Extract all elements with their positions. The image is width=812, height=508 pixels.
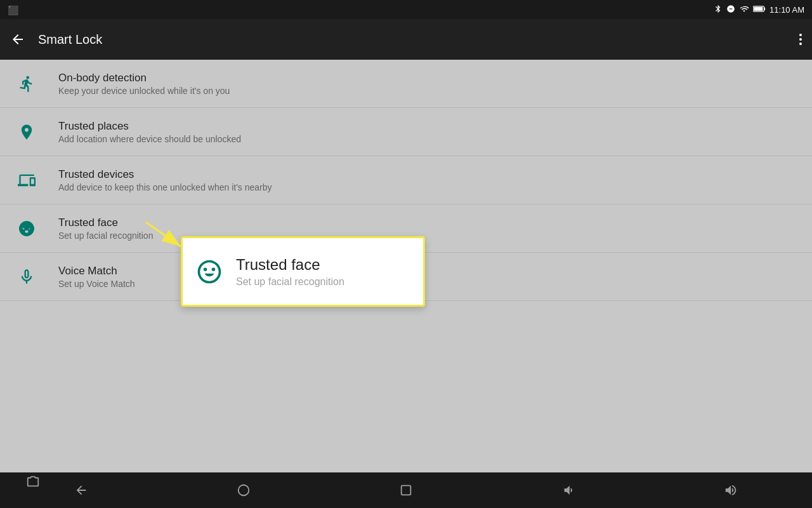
on-body-detection-title: On-body detection	[58, 72, 230, 84]
nav-bar	[0, 472, 812, 508]
menu-button[interactable]	[799, 34, 802, 45]
app-bar: Smart Lock	[0, 19, 812, 60]
back-button[interactable]	[10, 32, 25, 47]
status-icons: 11:10 AM	[714, 4, 804, 15]
trusted-places-item[interactable]: Trusted places Add location where device…	[0, 108, 812, 156]
trusted-devices-subtitle: Add device to keep this one unlocked whe…	[58, 182, 272, 192]
face-icon	[15, 220, 38, 237]
on-body-detection-subtitle: Keep your device unlocked while it's on …	[58, 86, 230, 96]
trusted-devices-text: Trusted devices Add device to keep this …	[58, 168, 272, 192]
nav-volume-down-button[interactable]	[543, 472, 594, 508]
person-walk-icon	[15, 75, 38, 93]
highlight-arrow	[140, 216, 190, 254]
voice-match-subtitle: Set up Voice Match	[58, 279, 135, 289]
bluetooth-icon	[714, 4, 723, 15]
trusted-places-text: Trusted places Add location where device…	[58, 120, 241, 144]
status-time: 11:10 AM	[769, 5, 804, 15]
tooltip-content: Trusted face Set up facial recognition	[236, 256, 344, 288]
nav-volume-up-button[interactable]	[705, 472, 756, 508]
status-bar: ⬛ 11:10 AM	[0, 0, 812, 19]
nav-home-button[interactable]	[218, 472, 269, 508]
on-body-detection-text: On-body detection Keep your device unloc…	[58, 72, 230, 96]
voice-match-title: Voice Match	[58, 265, 135, 277]
menu-dot	[799, 43, 802, 45]
svg-rect-10	[402, 486, 411, 495]
screenshot-icon: ⬛	[8, 5, 18, 15]
svg-rect-2	[764, 7, 766, 10]
trusted-places-title: Trusted places	[58, 120, 241, 133]
tooltip-face-icon	[195, 258, 223, 286]
devices-icon	[15, 171, 38, 189]
location-icon	[15, 123, 38, 141]
signal-icon	[726, 4, 735, 15]
trusted-devices-title: Trusted devices	[58, 168, 272, 181]
menu-dot	[799, 34, 802, 36]
nav-back-button[interactable]	[56, 472, 107, 508]
menu-dot	[799, 38, 802, 41]
trusted-face-tooltip: Trusted face Set up facial recognition	[181, 236, 425, 307]
tooltip-title: Trusted face	[236, 256, 344, 274]
svg-point-8	[212, 267, 216, 271]
battery-icon	[753, 4, 766, 15]
svg-line-6	[146, 222, 181, 246]
screenshot-nav-icon	[8, 464, 58, 499]
wifi-icon	[739, 4, 749, 15]
trusted-devices-item[interactable]: Trusted devices Add device to keep this …	[0, 156, 812, 204]
svg-point-7	[204, 267, 207, 271]
svg-rect-3	[754, 7, 763, 11]
trusted-places-subtitle: Add location where device should be unlo…	[58, 134, 241, 144]
svg-point-9	[239, 485, 249, 496]
voice-match-text: Voice Match Set up Voice Match	[58, 265, 135, 289]
page-title: Smart Lock	[38, 32, 787, 47]
on-body-detection-item[interactable]: On-body detection Keep your device unloc…	[0, 60, 812, 108]
nav-recents-button[interactable]	[381, 472, 431, 508]
tooltip-subtitle: Set up facial recognition	[236, 276, 344, 288]
mic-icon	[15, 268, 38, 286]
